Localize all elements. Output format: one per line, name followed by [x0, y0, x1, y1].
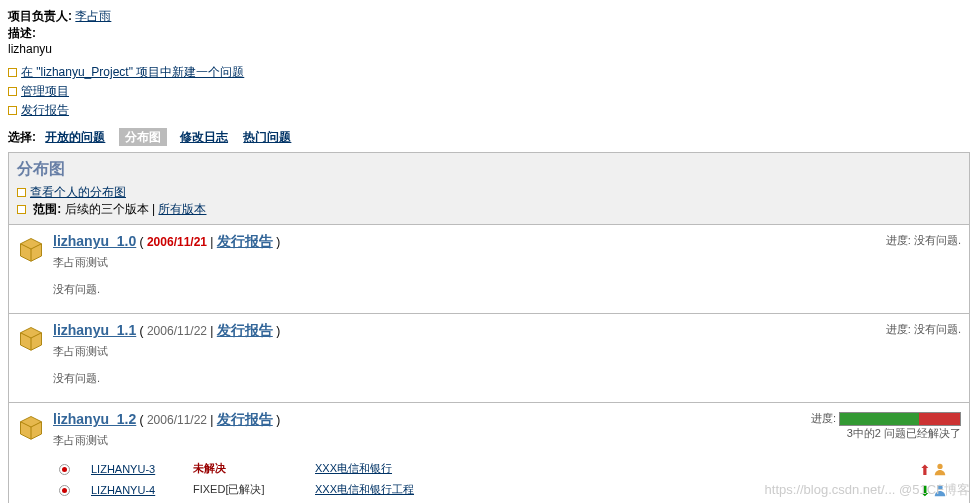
- project-header: 项目负责人: 李占雨 描述: lizhanyu: [8, 8, 970, 56]
- svg-point-6: [937, 463, 942, 468]
- progress-text: 3中的2 问题已经解决了: [811, 426, 961, 441]
- version-block: lizhanyu_1.1 ( 2006/11/22 | 发行报告 )李占雨测试进…: [9, 313, 969, 402]
- version-date: 2006/11/21: [147, 235, 207, 249]
- create-issue-link[interactable]: 在 "lizhanyu_Project" 项目中新建一个问题: [21, 65, 244, 79]
- progress-box: 进度: 没有问题.: [886, 233, 961, 248]
- select-label: 选择:: [8, 130, 36, 144]
- manage-project-link[interactable]: 管理项目: [21, 84, 69, 98]
- table-row: LIZHANYU-3未解决XXX电信和银行⬆: [53, 458, 953, 479]
- version-link[interactable]: lizhanyu_1.1: [53, 322, 136, 338]
- tab-row: 选择: 开放的问题 分布图 修改日志 热门问题: [8, 129, 970, 146]
- svg-point-7: [937, 484, 942, 489]
- no-issues-text: 没有问题.: [53, 371, 961, 386]
- version-report-link[interactable]: 发行报告: [217, 322, 273, 338]
- release-report-link[interactable]: 发行报告: [21, 103, 69, 117]
- version-report-link[interactable]: 发行报告: [217, 233, 273, 249]
- action-list: 在 "lizhanyu_Project" 项目中新建一个问题 管理项目 发行报告: [8, 64, 970, 119]
- desc-label: 描述:: [8, 26, 36, 40]
- bullet-icon: [8, 87, 17, 96]
- issue-status: 未解决: [187, 458, 309, 479]
- scope-label: 范围:: [33, 202, 61, 216]
- distribution-panel: 分布图 查看个人的分布图 范围: 后续的三个版本 | 所有版本 lizhanyu…: [8, 152, 970, 503]
- version-desc: 李占雨测试: [53, 255, 961, 270]
- scope-recent: 后续的三个版本 |: [65, 202, 155, 216]
- package-icon: [17, 235, 45, 263]
- scope-all-link[interactable]: 所有版本: [158, 202, 206, 216]
- tab-chart[interactable]: 分布图: [119, 128, 167, 146]
- issue-type-icon: [59, 485, 70, 496]
- version-date: 2006/11/22: [147, 413, 207, 427]
- version-block: lizhanyu_1.2 ( 2006/11/22 | 发行报告 )李占雨测试进…: [9, 402, 969, 503]
- panel-head: 分布图 查看个人的分布图 范围: 后续的三个版本 | 所有版本: [9, 153, 969, 225]
- issue-status: FIXED[已解决]: [187, 479, 309, 500]
- version-date: 2006/11/22: [147, 324, 207, 338]
- version-link[interactable]: lizhanyu_1.2: [53, 411, 136, 427]
- bullet-icon: [8, 68, 17, 77]
- package-icon: [17, 324, 45, 352]
- panel-title: 分布图: [17, 159, 961, 180]
- bullet-icon: [17, 205, 26, 214]
- owner-label: 项目负责人:: [8, 9, 72, 23]
- issue-summary-link[interactable]: XXX电信和银行: [315, 462, 392, 474]
- issue-table: LIZHANYU-3未解决XXX电信和银行⬆LIZHANYU-4FIXED[已解…: [53, 458, 953, 503]
- arrow-down-icon[interactable]: ⬇: [917, 483, 931, 497]
- issue-key-link[interactable]: LIZHANYU-3: [91, 463, 155, 475]
- issue-key-link[interactable]: LIZHANYU-4: [91, 484, 155, 496]
- bullet-icon: [8, 106, 17, 115]
- desc-value: lizhanyu: [8, 42, 970, 56]
- assignee-icon[interactable]: [933, 483, 947, 497]
- version-block: lizhanyu_1.0 ( 2006/11/21 | 发行报告 )李占雨测试进…: [9, 225, 969, 313]
- issue-type-icon: [59, 464, 70, 475]
- progress-box: 进度: 没有问题.: [886, 322, 961, 337]
- no-issues-text: 没有问题.: [53, 282, 961, 297]
- version-link[interactable]: lizhanyu_1.0: [53, 233, 136, 249]
- progress-bar: [839, 412, 961, 426]
- assignee-icon[interactable]: [933, 462, 947, 476]
- issue-summary-link[interactable]: XXX电信和银行工程: [315, 483, 414, 495]
- tab-changelog[interactable]: 修改日志: [180, 130, 228, 144]
- bullet-icon: [17, 188, 26, 197]
- tab-hot[interactable]: 热门问题: [243, 130, 291, 144]
- package-icon: [17, 413, 45, 441]
- version-desc: 李占雨测试: [53, 344, 961, 359]
- arrow-up-icon[interactable]: ⬆: [917, 462, 931, 476]
- personal-chart-link[interactable]: 查看个人的分布图: [30, 185, 126, 199]
- progress-box: 进度: 3中的2 问题已经解决了: [811, 411, 961, 441]
- table-row: LIZHANYU-4FIXED[已解决]XXX电信和银行工程⬇: [53, 479, 953, 500]
- tab-open-issues[interactable]: 开放的问题: [45, 130, 105, 144]
- owner-link[interactable]: 李占雨: [75, 9, 111, 23]
- version-report-link[interactable]: 发行报告: [217, 411, 273, 427]
